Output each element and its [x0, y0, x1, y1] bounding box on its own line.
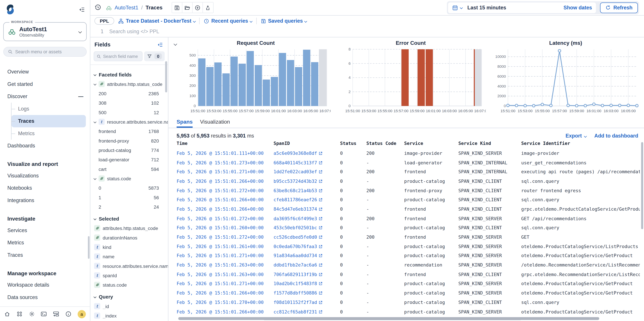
span-time-link[interactable]: Feb 5, 2026 @ 15:51:01.273+00:00	[176, 160, 264, 165]
recent-queries-button[interactable]: Recent queries	[204, 18, 252, 24]
fields-scrollbar[interactable]	[165, 61, 167, 92]
span-time-link[interactable]: Feb 5, 2026 @ 15:51:01.266+00:00	[176, 197, 264, 202]
field-item[interactable]: #attributes.http.status_code	[90, 224, 168, 233]
facet-row[interactable]: 2002365	[90, 89, 168, 98]
sidebar-subitem-traces[interactable]: Traces	[12, 115, 86, 127]
date-picker[interactable]: Last 15 minutes Show dates	[448, 2, 596, 13]
span-id-link[interactable]: 10ad2b0c1f5483f8	[274, 281, 317, 286]
sidebar-item-get-started[interactable]: Get started	[4, 78, 86, 90]
facet-row[interactable]: 156	[90, 193, 168, 202]
span-time-link[interactable]: Feb 5, 2026 @ 15:51:01.271+00:00	[176, 253, 264, 258]
tab-spans[interactable]: Spans	[176, 116, 193, 128]
breadcrumb-workspace-link[interactable]: AutoTest1	[114, 4, 138, 11]
span-id-link[interactable]: a5c6e093e368e8df	[274, 150, 317, 156]
span-time-link[interactable]: Feb 5, 2026 @ 15:51:01.272+00:00	[176, 216, 264, 221]
sidebar-item-notebooks[interactable]: Notebooks	[4, 182, 86, 194]
span-time-link[interactable]: Feb 5, 2026 @ 15:51:01.270+00:00	[176, 300, 264, 305]
span-time-link[interactable]: Feb 5, 2026 @ 15:51:01.266+00:00	[176, 178, 264, 184]
span-id-link[interactable]: cc812cf65ab8f231	[274, 309, 317, 314]
field-item[interactable]: tname	[90, 252, 168, 261]
collapse-fields-icon[interactable]	[157, 42, 163, 48]
history-icon[interactable]	[94, 4, 102, 11]
facet-row[interactable]: 224	[90, 202, 168, 212]
span-id-link[interactable]: 706fa6829113f19b	[274, 272, 317, 277]
field-item[interactable]: t_index	[90, 311, 168, 320]
span-id-link[interactable]: cfeb811786eaef26	[274, 197, 317, 202]
workspace-selector[interactable]: WORKSPACE AutoTest1 Observability	[3, 22, 87, 41]
span-time-link[interactable]: Feb 5, 2026 @ 15:51:01.266+00:00	[176, 309, 264, 314]
span-id-link[interactable]: 63be8c68c21a4b53	[274, 188, 317, 193]
span-id-link[interactable]: 0c0eda670b76faa3	[274, 244, 317, 249]
query-language-pill[interactable]: PPL	[94, 17, 114, 25]
gear-icon[interactable]	[29, 311, 35, 317]
apps-icon[interactable]	[16, 311, 23, 317]
field-section-selected[interactable]: Selected	[90, 214, 168, 224]
facet-row[interactable]: 308102	[90, 98, 168, 108]
field-filter-button[interactable]: 0	[144, 51, 165, 61]
span-time-link[interactable]: Feb 5, 2026 @ 15:51:01.261+00:00	[176, 244, 264, 249]
tab-visualization[interactable]: Visualization	[200, 116, 230, 128]
sidebar-item-discover[interactable]: Discover—	[4, 90, 86, 103]
sidebar-item-dashboards[interactable]: Dashboards	[4, 140, 86, 152]
facet-row[interactable]: cart594	[90, 164, 168, 174]
field-item[interactable]: #_score	[90, 320, 168, 321]
span-id-link[interactable]: f1577d8dbff50886	[274, 290, 317, 296]
horizontal-scrollbar[interactable]	[178, 317, 599, 320]
span-time-link[interactable]: Feb 5, 2026 @ 15:51:01.271+00:00	[176, 281, 264, 286]
sidebar-subitem-metrics[interactable]: Metrics	[12, 127, 86, 140]
span-id-link[interactable]: da3695f6c6f499e3	[274, 216, 317, 221]
new-button[interactable]	[192, 2, 203, 13]
open-button[interactable]	[182, 2, 192, 13]
facet-row[interactable]: 05873	[90, 183, 168, 192]
span-id-link[interactable]: 84c5d47e6eb31374	[274, 206, 317, 212]
field-item[interactable]: #status.code	[90, 174, 168, 183]
sidebar-search-input[interactable]: Search menu or assets	[3, 47, 87, 57]
field-item[interactable]: tkind	[90, 242, 168, 252]
span-id-link[interactable]: 668a401145c313f7	[274, 160, 317, 165]
span-time-link[interactable]: Feb 5, 2026 @ 15:51:01.266+00:00	[176, 290, 264, 296]
span-time-link[interactable]: Feb 5, 2026 @ 15:51:01.271+00:00	[176, 170, 264, 175]
field-item[interactable]: tresource.attributes.service.name	[90, 261, 168, 271]
sidebar-item-data-sources[interactable]: Data sources	[4, 291, 86, 304]
share-button[interactable]	[203, 2, 213, 13]
facet-row[interactable]: product-catalog774	[90, 146, 168, 155]
sidebar-subitem-logs[interactable]: Logs	[12, 103, 86, 115]
sidebar-item-services[interactable]: Services	[4, 224, 86, 236]
span-time-link[interactable]: Feb 5, 2026 @ 15:51:01.266+00:00	[176, 206, 264, 212]
span-time-link[interactable]: Feb 5, 2026 @ 15:51:01.272+00:00	[176, 234, 264, 240]
span-id-link[interactable]: f08d101152f2f7ad	[274, 300, 317, 305]
dataset-selector[interactable]: Trace Dataset - DockerTest	[118, 18, 195, 24]
field-item[interactable]: #status.code	[90, 280, 168, 290]
sidebar-item-workspace-details[interactable]: Workspace details	[4, 279, 86, 291]
collapse-charts-icon[interactable]	[174, 42, 177, 46]
span-time-link[interactable]: Feb 5, 2026 @ 15:51:01.263+00:00	[176, 272, 264, 277]
field-item[interactable]: #durationInNanos	[90, 233, 168, 242]
refresh-button[interactable]: Refresh	[600, 2, 638, 13]
app-logo[interactable]	[4, 3, 16, 16]
span-time-link[interactable]: Feb 5, 2026 @ 15:51:01.260+00:00	[176, 225, 264, 230]
home-icon[interactable]	[4, 311, 10, 317]
field-section-faceted-fields[interactable]: Faceted fields	[90, 70, 168, 79]
field-item[interactable]: #attributes.http.status_code	[90, 79, 168, 89]
facet-row[interactable]: frontend-proxy820	[90, 136, 168, 146]
info-icon[interactable]	[66, 311, 72, 317]
sidebar-item-metrics[interactable]: Metrics	[4, 237, 86, 249]
collapse-section-icon[interactable]: —	[78, 94, 87, 99]
collapse-sidebar-icon[interactable]	[79, 6, 85, 12]
facet-row[interactable]: frontend1768	[90, 126, 168, 136]
sidebar-item-overview[interactable]: Overview	[4, 66, 86, 78]
show-dates-link[interactable]: Show dates	[564, 5, 592, 10]
field-section-query[interactable]: Query	[90, 292, 168, 302]
dev-console-icon[interactable]	[41, 311, 47, 317]
span-time-link[interactable]: Feb 5, 2026 @ 15:51:01.272+00:00	[176, 188, 264, 193]
field-item[interactable]: tspanId	[90, 271, 168, 280]
user-avatar[interactable]: a	[78, 310, 86, 318]
span-id-link[interactable]: cc526cdbed5fe0d0	[274, 234, 317, 240]
export-button[interactable]: Export	[566, 133, 586, 139]
vertical-scrollbar[interactable]	[641, 142, 643, 229]
span-time-link[interactable]: Feb 5, 2026 @ 15:51:01.111+00:00	[176, 150, 264, 156]
field-item[interactable]: tresource.attributes.service.name	[90, 117, 168, 126]
span-id-link[interactable]: b95cc53724d43b32	[274, 178, 317, 184]
span-id-link[interactable]: 91a834a6aa0dd734	[274, 253, 317, 258]
field-search-input[interactable]: Search field name	[94, 51, 142, 61]
